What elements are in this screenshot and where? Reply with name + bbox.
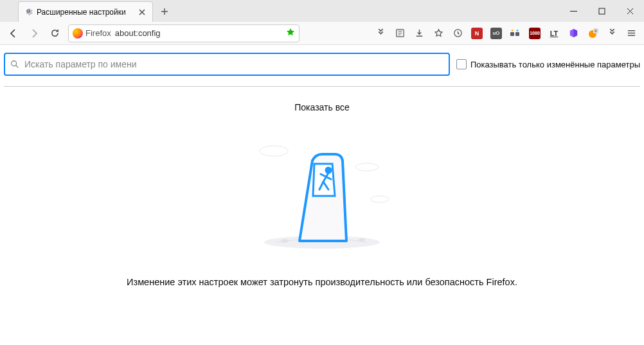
nav-toolbar: Firefox about:config N uO [0, 22, 644, 45]
extension-cube-icon[interactable] [564, 24, 582, 42]
svg-point-13 [355, 163, 379, 171]
history-icon[interactable] [449, 24, 467, 42]
forward-button[interactable] [24, 24, 44, 42]
search-box[interactable] [4, 53, 450, 76]
tab-close-button[interactable] [137, 7, 147, 17]
app-menu-button[interactable] [622, 24, 640, 42]
window-controls [559, 0, 644, 22]
svg-point-14 [371, 196, 389, 202]
window-close-button[interactable] [616, 0, 644, 22]
firefox-icon [73, 28, 83, 39]
overflow-left-icon[interactable] [371, 24, 389, 42]
titlebar: Расширенные настройки [0, 0, 644, 22]
show-modified-label: Показывать только изменённые параметры [470, 60, 640, 69]
reader-view-icon[interactable] [391, 24, 409, 42]
search-row: Показывать только изменённые параметры [4, 53, 640, 87]
reload-button[interactable] [45, 24, 64, 42]
show-all-link[interactable]: Показать все [4, 102, 640, 112]
toolbar-extension-area: N uO 1080 LT 0 [371, 24, 640, 42]
url-bar[interactable]: Firefox about:config [68, 24, 300, 42]
show-modified-checkbox[interactable] [456, 59, 467, 69]
bookmarks-star-icon[interactable] [429, 24, 447, 42]
extension-lt-icon[interactable]: LT [545, 24, 563, 42]
svg-rect-0 [599, 8, 605, 14]
search-input[interactable] [24, 59, 443, 69]
svg-rect-4 [515, 32, 519, 36]
bookmark-star-icon[interactable] [286, 28, 295, 39]
search-icon [10, 60, 19, 69]
tab-strip: Расширенные настройки [0, 0, 174, 22]
svg-rect-3 [510, 32, 514, 36]
new-tab-button[interactable] [156, 3, 174, 21]
tab-title: Расширенные настройки [37, 8, 133, 17]
caution-illustration [4, 132, 640, 254]
url-text: about:config [115, 28, 282, 38]
extension-container-icon[interactable] [506, 24, 524, 42]
svg-point-16 [281, 239, 289, 243]
back-button[interactable] [4, 24, 23, 42]
identity-box[interactable]: Firefox [73, 28, 111, 39]
warning-text: Изменение этих настроек может затронуть … [4, 277, 640, 287]
svg-point-10 [12, 61, 17, 66]
svg-point-12 [260, 146, 288, 156]
svg-point-6 [517, 30, 518, 31]
identity-label: Firefox [85, 28, 111, 38]
window-maximize-button[interactable] [587, 0, 616, 22]
extension-noscript-icon[interactable]: N [468, 24, 486, 42]
downloads-icon[interactable] [410, 24, 428, 42]
extension-badge-icon[interactable]: 0 [584, 24, 602, 42]
extension-1080-icon[interactable]: 1080 [526, 24, 544, 42]
settings-icon [24, 6, 33, 17]
show-modified-checkbox-row[interactable]: Показывать только изменённые параметры [456, 59, 640, 69]
window-minimize-button[interactable] [559, 0, 587, 22]
svg-point-5 [512, 30, 513, 31]
svg-point-17 [359, 238, 365, 242]
browser-tab[interactable]: Расширенные настройки [18, 1, 153, 22]
overflow-right-icon[interactable] [603, 24, 621, 42]
extension-ublock-icon[interactable]: uO [487, 24, 505, 42]
about-config-content: Показывать только изменённые параметры П… [0, 45, 644, 287]
